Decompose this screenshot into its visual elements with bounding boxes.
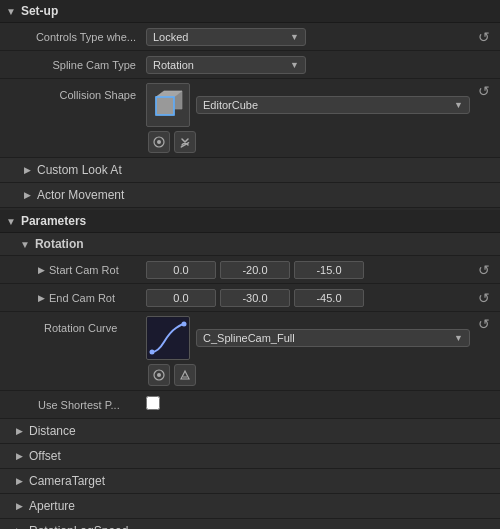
rotation-sub-header[interactable]: ▼ Rotation: [0, 233, 500, 256]
rotation-lag-speed-label: RotationLagSpeed: [29, 524, 128, 529]
actor-movement-label: Actor Movement: [37, 188, 124, 202]
end-cam-rot-label: End Cam Rot: [49, 292, 115, 304]
rotation-curve-browse-button[interactable]: [148, 364, 170, 386]
end-cam-rot-x[interactable]: [146, 289, 216, 307]
distance-label: Distance: [29, 424, 76, 438]
start-cam-rot-row: ▶ Start Cam Rot ↺: [0, 256, 500, 284]
start-cam-rot-y[interactable]: [220, 261, 290, 279]
controls-type-row: Controls Type whe... Locked ▼ ↺: [0, 23, 500, 51]
collision-shape-chevron-icon: ▼: [454, 100, 463, 110]
parameters-arrow-icon: ▼: [6, 216, 16, 227]
end-cam-rot-reset-button[interactable]: ↺: [474, 290, 494, 306]
spline-cam-type-value: Rotation: [153, 59, 194, 71]
collision-shape-clear-button[interactable]: [174, 131, 196, 153]
rotation-curve-clear-button[interactable]: [174, 364, 196, 386]
collision-shape-reset-button[interactable]: ↺: [474, 83, 494, 99]
camera-target-row[interactable]: ▶ CameraTarget: [0, 469, 500, 494]
rotation-curve-dropdown[interactable]: C_SplineCam_Full ▼: [196, 329, 470, 347]
start-cam-rot-label-container: ▶ Start Cam Rot: [38, 264, 146, 276]
collision-shape-value: EditorCube: [203, 99, 258, 111]
camera-target-arrow-icon: ▶: [16, 476, 23, 486]
distance-row[interactable]: ▶ Distance: [0, 419, 500, 444]
rotation-curve-chevron-icon: ▼: [454, 333, 463, 343]
svg-point-6: [157, 140, 161, 144]
start-cam-rot-arrow-icon: ▶: [38, 265, 45, 275]
use-shortest-row: Use Shortest P...: [0, 391, 500, 419]
use-shortest-checkbox[interactable]: [146, 396, 160, 410]
panel: ▼ Set-up Controls Type whe... Locked ▼ ↺…: [0, 0, 500, 529]
collision-shape-dropdown[interactable]: EditorCube ▼: [196, 96, 470, 114]
setup-section-header[interactable]: ▼ Set-up: [0, 0, 500, 23]
offset-row[interactable]: ▶ Offset: [0, 444, 500, 469]
rotation-label: Rotation: [35, 237, 84, 251]
collision-shape-thumbnail: [146, 83, 190, 127]
collision-shape-browse-button[interactable]: [148, 131, 170, 153]
rotation-arrow-icon: ▼: [20, 239, 30, 250]
controls-type-content: Locked ▼: [146, 28, 470, 46]
controls-type-dropdown[interactable]: Locked ▼: [146, 28, 306, 46]
svg-point-9: [150, 350, 155, 355]
offset-label: Offset: [29, 449, 61, 463]
end-cam-rot-row: ▶ End Cam Rot ↺: [0, 284, 500, 312]
start-cam-rot-label: Start Cam Rot: [49, 264, 119, 276]
aperture-label: Aperture: [29, 499, 75, 513]
rotation-curve-row: Rotation Curve C_SplineCam_Full ▼: [0, 312, 500, 391]
rotation-curve-content: C_SplineCam_Full ▼: [146, 316, 470, 386]
controls-type-reset-button[interactable]: ↺: [474, 29, 494, 45]
spline-cam-type-content: Rotation ▼: [146, 56, 494, 74]
start-cam-rot-x[interactable]: [146, 261, 216, 279]
actor-movement-arrow-icon: ▶: [24, 190, 31, 200]
end-cam-rot-arrow-icon: ▶: [38, 293, 45, 303]
aperture-arrow-icon: ▶: [16, 501, 23, 511]
use-shortest-label: Use Shortest P...: [38, 399, 146, 411]
end-cam-rot-inputs: [146, 289, 470, 307]
custom-look-at-label: Custom Look At: [37, 163, 122, 177]
rotation-curve-label: Rotation Curve: [6, 316, 146, 334]
rotation-curve-value: C_SplineCam_Full: [203, 332, 295, 344]
rotation-curve-thumbnail: [146, 316, 190, 360]
rotation-curve-icons: [146, 364, 470, 386]
use-shortest-checkbox-container: [146, 396, 160, 413]
controls-type-value: Locked: [153, 31, 188, 43]
rotation-curve-top: C_SplineCam_Full ▼: [146, 316, 470, 360]
aperture-row[interactable]: ▶ Aperture: [0, 494, 500, 519]
custom-look-at-row[interactable]: ▶ Custom Look At: [0, 158, 500, 183]
distance-arrow-icon: ▶: [16, 426, 23, 436]
rotation-lag-speed-row[interactable]: ▶ RotationLagSpeed: [0, 519, 500, 529]
spline-cam-type-label: Spline Cam Type: [6, 59, 146, 71]
end-cam-rot-y[interactable]: [220, 289, 290, 307]
spline-cam-type-dropdown[interactable]: Rotation ▼: [146, 56, 306, 74]
camera-target-label: CameraTarget: [29, 474, 105, 488]
actor-movement-row[interactable]: ▶ Actor Movement: [0, 183, 500, 208]
collision-shape-row: Collision Shape EditorCube ▼: [0, 79, 500, 158]
end-cam-rot-label-container: ▶ End Cam Rot: [38, 292, 146, 304]
start-cam-rot-reset-button[interactable]: ↺: [474, 262, 494, 278]
parameters-section-header[interactable]: ▼ Parameters: [0, 210, 500, 233]
end-cam-rot-z[interactable]: [294, 289, 364, 307]
start-cam-rot-z[interactable]: [294, 261, 364, 279]
spline-cam-type-row: Spline Cam Type Rotation ▼: [0, 51, 500, 79]
setup-arrow-icon: ▼: [6, 6, 16, 17]
collision-shape-top: EditorCube ▼: [146, 83, 470, 127]
spline-cam-type-chevron-icon: ▼: [290, 60, 299, 70]
rotation-curve-reset-button[interactable]: ↺: [474, 316, 494, 332]
controls-type-chevron-icon: ▼: [290, 32, 299, 42]
custom-look-at-arrow-icon: ▶: [24, 165, 31, 175]
svg-point-12: [157, 373, 161, 377]
collision-shape-icons: [146, 131, 470, 153]
svg-point-10: [182, 322, 187, 327]
start-cam-rot-inputs: [146, 261, 470, 279]
collision-shape-content: EditorCube ▼: [146, 83, 470, 153]
offset-arrow-icon: ▶: [16, 451, 23, 461]
controls-type-label: Controls Type whe...: [6, 31, 146, 43]
parameters-header-label: Parameters: [21, 214, 86, 228]
setup-header-label: Set-up: [21, 4, 58, 18]
collision-shape-label: Collision Shape: [6, 83, 146, 101]
